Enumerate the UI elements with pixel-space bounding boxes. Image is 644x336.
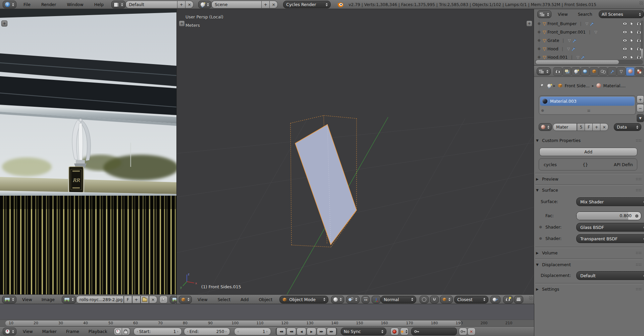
add-material-slot-button[interactable]: +: [637, 95, 644, 103]
editor-type-button[interactable]: [2, 296, 16, 303]
editor-type-button[interactable]: [537, 10, 551, 18]
use-preview-range-button[interactable]: [114, 328, 122, 335]
fake-user-button[interactable]: F: [585, 123, 593, 131]
panel-settings[interactable]: ▶ Settings: [536, 285, 642, 293]
tab-constraints[interactable]: [599, 67, 607, 76]
scene-name-field[interactable]: Scene: [211, 1, 261, 8]
visibility-eye-icon[interactable]: [623, 39, 627, 42]
expand-icon[interactable]: ⊕: [537, 21, 541, 26]
active-keying-set-field[interactable]: [411, 328, 457, 335]
screen-layout-name-field[interactable]: Default: [125, 1, 177, 8]
increment-chevron-icon[interactable]: ›: [265, 330, 269, 333]
menu-object[interactable]: Object: [256, 297, 275, 302]
tab-object-data[interactable]: ▽: [617, 67, 626, 76]
outliner-row[interactable]: ⊕ ▽ Front_Bumper | ▽: [537, 19, 642, 28]
menu-playback[interactable]: Playback: [86, 329, 110, 334]
menu-view[interactable]: View: [555, 12, 571, 17]
delete-keyframes-button[interactable]: ×: [467, 328, 476, 335]
menu-marker[interactable]: Marker: [39, 329, 60, 334]
visibility-eye-icon[interactable]: [623, 47, 627, 51]
insert-keyframes-button[interactable]: [459, 328, 467, 335]
editor-type-button[interactable]: [537, 67, 551, 75]
timeline-canvas[interactable]: [0, 304, 534, 320]
property-value[interactable]: {}: [583, 162, 588, 167]
selectability-cursor-icon[interactable]: [630, 55, 634, 59]
remove-material-slot-button[interactable]: −: [637, 104, 644, 112]
menu-frame[interactable]: Frame: [63, 329, 82, 334]
screen-layout-browse-button[interactable]: [111, 1, 125, 8]
selectability-cursor-icon[interactable]: [630, 30, 634, 34]
editor-type-button[interactable]: [3, 328, 16, 335]
selectability-cursor-icon[interactable]: [630, 47, 634, 51]
viewport-3d[interactable]: z x y User Persp (Local) Meters (1) Fron…: [177, 9, 534, 295]
link-mode-select[interactable]: Data: [614, 123, 641, 131]
pin-icon[interactable]: [539, 83, 544, 88]
add-scene-button[interactable]: +: [261, 1, 270, 8]
menu-window[interactable]: Window: [64, 2, 86, 7]
render-engine-select[interactable]: Cycles Render: [283, 1, 331, 8]
list-resize-grip[interactable]: ≡: [587, 108, 590, 113]
expand-icon[interactable]: ⊕: [537, 38, 541, 43]
selectability-cursor-icon[interactable]: [630, 39, 634, 43]
increment-chevron-icon[interactable]: ›: [176, 330, 179, 333]
panel-custom-properties[interactable]: ▼ Custom Properties: [536, 136, 642, 145]
area-corner-handle[interactable]: [529, 296, 533, 300]
decrement-chevron-icon[interactable]: ‹: [236, 330, 240, 333]
animate-dot-icon[interactable]: [635, 214, 638, 218]
outliner-row[interactable]: ⊕ ▽ Front_Bumper.001 | ▽: [537, 28, 642, 36]
panel-grip[interactable]: [636, 288, 642, 291]
fake-user-button[interactable]: F: [124, 296, 132, 303]
area-corner-handle[interactable]: [1, 332, 5, 336]
panel-grip[interactable]: [636, 251, 642, 254]
add-slot-icon[interactable]: ⊕: [541, 108, 544, 113]
tab-object[interactable]: [590, 67, 598, 76]
play-button[interactable]: ▶: [307, 328, 316, 335]
lock-time-cursor-button[interactable]: [122, 328, 130, 335]
close-scene-button[interactable]: ×: [270, 1, 278, 8]
expand-icon[interactable]: ⊕: [537, 55, 541, 59]
object-name[interactable]: Grate: [547, 38, 559, 43]
editor-type-button[interactable]: i: [3, 1, 16, 8]
area-corner-handle[interactable]: [639, 1, 643, 5]
open-image-button[interactable]: [141, 296, 149, 303]
scene-browse-button[interactable]: [198, 1, 211, 8]
expand-icon[interactable]: ⊕: [537, 47, 541, 51]
users-count-button[interactable]: 5: [577, 123, 585, 131]
tab-scene[interactable]: [572, 67, 580, 76]
image-slot-button[interactable]: [170, 296, 177, 303]
sync-mode-select[interactable]: No Sync: [341, 328, 386, 335]
horizontal-scrollbar[interactable]: [535, 60, 643, 64]
expand-properties-shelf-button[interactable]: +: [526, 20, 532, 27]
render-helper-button[interactable]: [490, 296, 500, 303]
custom-property-row[interactable]: cycles {} API Defin: [539, 158, 637, 171]
object-name[interactable]: Hood.001: [547, 55, 568, 60]
add-custom-property-button[interactable]: Add: [539, 148, 637, 156]
property-edit-button[interactable]: API Defin: [614, 162, 633, 167]
panel-grip[interactable]: [636, 178, 642, 181]
opengl-render-image-button[interactable]: [503, 296, 513, 303]
snap-target-select[interactable]: Closest: [454, 296, 488, 303]
object-name[interactable]: Front_Bumper: [547, 21, 577, 26]
area-corner-handle[interactable]: [639, 67, 643, 71]
animate-dot-icon[interactable]: [643, 237, 644, 240]
visibility-eye-icon[interactable]: [623, 30, 627, 34]
increment-chevron-icon[interactable]: ›: [224, 330, 228, 333]
unlink-material-button[interactable]: ×: [600, 123, 608, 131]
vertical-scrollbar[interactable]: [641, 20, 643, 58]
panel-volume[interactable]: ▶ Volume: [536, 248, 642, 257]
unlink-image-button[interactable]: ×: [149, 296, 157, 303]
menu-file[interactable]: File: [20, 2, 34, 7]
expand-toolbar-button[interactable]: +: [1, 20, 7, 27]
image-name-field[interactable]: rolls-royc...289-2.jpg: [76, 296, 124, 303]
browse-material-button[interactable]: [539, 123, 552, 131]
menu-add[interactable]: Add: [237, 297, 252, 302]
menu-select[interactable]: Select: [215, 297, 234, 302]
menu-view[interactable]: View: [195, 297, 211, 302]
visibility-eye-icon[interactable]: [623, 22, 627, 26]
snap-toggle-button[interactable]: [430, 296, 439, 303]
mode-select[interactable]: Object Mode: [279, 296, 328, 303]
fac-slider[interactable]: 0.800: [576, 211, 641, 220]
object-name[interactable]: Front_Bumper.001: [547, 30, 586, 35]
new-material-button[interactable]: +: [592, 123, 601, 131]
menu-image[interactable]: Image: [39, 297, 58, 302]
